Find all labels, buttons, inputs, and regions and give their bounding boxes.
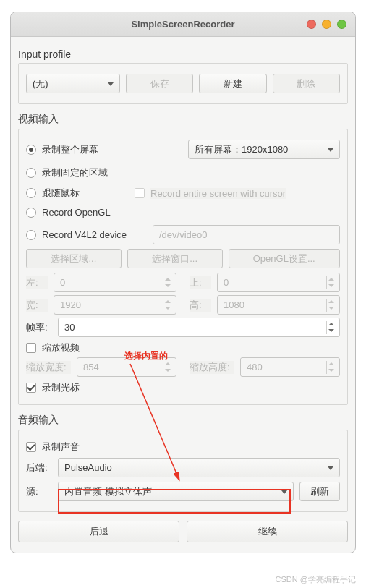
profile-frame: (无) 保存 新建 删除 — [18, 63, 348, 104]
video-frame: 录制整个屏幕 所有屏幕：1920x1080 录制固定的区域 跟随鼠标 Recor… — [18, 129, 348, 405]
checkbox-record-audio[interactable] — [26, 442, 36, 452]
height-label: 高: — [190, 299, 211, 312]
audio-frame: 录制声音 后端: PulseAudio 源: 内置音频 模拟立体声 刷新 — [18, 430, 348, 512]
app-window: SimpleScreenRecorder Input profile (无) 保… — [10, 12, 356, 553]
label-fixed-region: 录制固定的区域 — [42, 166, 108, 179]
label-v4l2: Record V4L2 device — [42, 229, 147, 240]
backend-select[interactable]: PulseAudio — [58, 458, 340, 477]
width-label: 宽: — [26, 299, 48, 312]
backend-label: 后端: — [26, 461, 52, 474]
delete-button: 删除 — [273, 74, 340, 93]
footer: 后退 继续 — [11, 521, 355, 542]
top-input: 0 — [217, 273, 340, 292]
label-fullscreen: 录制整个屏幕 — [42, 143, 182, 156]
refresh-button[interactable]: 刷新 — [299, 482, 340, 501]
radio-fixed-region[interactable] — [26, 168, 36, 178]
watermark: CSDN @学亮编程手记 — [276, 574, 356, 585]
minimize-icon[interactable] — [322, 20, 331, 29]
radio-fullscreen[interactable] — [26, 145, 36, 155]
fps-input[interactable]: 30 — [58, 318, 340, 337]
width-input: 1920 — [54, 295, 176, 315]
chevron-down-icon[interactable] — [326, 328, 335, 334]
section-label-profile: Input profile — [18, 48, 348, 60]
checkbox-scale-video[interactable] — [26, 343, 36, 353]
height-input: 1080 — [217, 295, 340, 315]
screens-select[interactable]: 所有屏幕：1920x1080 — [188, 140, 340, 159]
label-follow-mouse: 跟随鼠标 — [42, 187, 129, 200]
window-controls — [307, 20, 346, 29]
titlebar: SimpleScreenRecorder — [11, 12, 355, 37]
label-record-cursor: 录制光标 — [42, 381, 80, 394]
fps-label: 帧率: — [26, 321, 52, 334]
label-scale-video: 缩放视频 — [42, 341, 80, 354]
scale-width-label: 缩放宽度: — [26, 361, 71, 374]
select-window-button: 选择窗口... — [127, 249, 223, 268]
maximize-icon[interactable] — [337, 20, 346, 29]
left-label: 左: — [26, 276, 48, 289]
label-opengl: Record OpenGL — [42, 207, 111, 218]
scale-width-input: 854 — [77, 357, 176, 377]
scale-height-input: 480 — [240, 357, 340, 377]
save-button: 保存 — [126, 74, 193, 93]
label-record-audio: 录制声音 — [42, 440, 80, 453]
window-title: SimpleScreenRecorder — [131, 19, 234, 30]
checkbox-record-cursor[interactable] — [26, 383, 36, 393]
left-input: 0 — [54, 273, 176, 292]
source-select[interactable]: 内置音频 模拟立体声 — [58, 482, 294, 501]
v4l2-device-input: /dev/video0 — [153, 225, 340, 244]
opengl-settings-button: OpenGL设置... — [229, 249, 341, 268]
section-label-video: 视频输入 — [18, 113, 348, 126]
close-icon[interactable] — [307, 20, 316, 29]
radio-follow-mouse[interactable] — [26, 188, 36, 198]
radio-v4l2[interactable] — [26, 230, 36, 240]
section-label-audio: 音频输入 — [18, 414, 348, 427]
chevron-up-icon[interactable] — [326, 321, 335, 328]
label-record-with-cursor: Record entire screen with cursor — [150, 188, 286, 199]
continue-button[interactable]: 继续 — [187, 521, 348, 542]
new-button[interactable]: 新建 — [199, 74, 266, 93]
scale-height-label: 缩放高度: — [190, 361, 234, 374]
top-label: 上: — [190, 276, 211, 289]
radio-opengl[interactable] — [26, 208, 36, 218]
profile-select[interactable]: (无) — [26, 74, 120, 93]
select-region-button: 选择区域... — [26, 249, 122, 268]
checkbox-record-with-cursor — [135, 188, 145, 198]
source-label: 源: — [26, 485, 52, 498]
back-button[interactable]: 后退 — [18, 521, 179, 542]
